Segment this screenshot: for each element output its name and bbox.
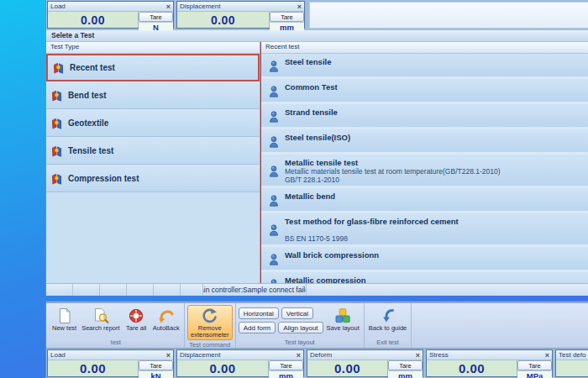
button-horizontal[interactable]: Horizontal xyxy=(239,307,279,319)
recent-test-item-steel-tensile-iso[interactable]: Steel tensile(ISO) xyxy=(261,129,588,155)
value-display: 0.00 xyxy=(48,360,138,376)
select-test-titlebar: Selete a Test xyxy=(46,30,588,42)
unit-selector[interactable]: mm xyxy=(270,22,304,30)
person-icon xyxy=(268,249,280,268)
recent-test-item-metallic-tensile-test[interactable]: Metallic tensile testMetallic materials … xyxy=(261,155,588,188)
unit-selector[interactable]: MPa xyxy=(517,370,552,378)
button-new-test[interactable]: New test xyxy=(50,305,78,333)
small-button-row: HorizontalVertical xyxy=(239,307,323,319)
dock-panel-stress: Stress×0.00TareMPa xyxy=(426,349,553,377)
back-to-guide-icon xyxy=(380,307,396,324)
recent-test-item-test-method-for-glass-fibre-reinforced-cement[interactable]: Test method for glass-fibre reinforced c… xyxy=(261,213,588,247)
tare-button[interactable]: Tare xyxy=(269,360,303,370)
recent-test-item-text: Test method for glass-fibre reinforced c… xyxy=(285,215,585,243)
person-icon xyxy=(268,274,280,283)
test-type-item-geotextile[interactable]: Geotextile xyxy=(46,109,260,137)
tare-button[interactable]: Tare xyxy=(517,360,552,370)
test-type-item-tensile-test[interactable]: Tensile test xyxy=(46,137,260,165)
ribbon-group-label: Exit test xyxy=(367,339,408,347)
recent-test-item-title: Wall brick compressionn xyxy=(285,250,585,260)
button-label: Search report xyxy=(81,325,119,332)
dock-panel-header: Stress× xyxy=(427,350,552,360)
test-type-item-label: Recent test xyxy=(70,63,115,72)
bottom-dock: Load×0.00TarekNDisplacement×0.00TaremmDe… xyxy=(46,348,588,378)
ribbon-group-test-command: Remove extensometerTest command xyxy=(185,303,236,348)
value-display: 0.00 xyxy=(427,360,517,376)
person-icon xyxy=(268,81,280,100)
recent-test-item-title: Metallic tensile test xyxy=(285,158,585,167)
recent-test-item-metallic-bend[interactable]: Metallic bend xyxy=(261,188,588,213)
person-icon xyxy=(268,215,280,243)
test-type-item-label: Tensile test xyxy=(68,146,113,155)
recent-test-item-title: Steel tensile xyxy=(285,57,585,66)
ribbon-group-test: New testSearch reportTare allAutoBacktes… xyxy=(48,303,185,348)
dock-panel-header: Displacement× xyxy=(177,350,303,360)
dock-panel-title: Load xyxy=(50,3,166,10)
close-icon[interactable]: × xyxy=(166,3,171,10)
close-icon[interactable]: × xyxy=(545,352,549,359)
button-search-report[interactable]: Search report xyxy=(80,305,121,333)
button-label: New test xyxy=(52,325,76,332)
test-type-item-label: Bend test xyxy=(68,91,107,100)
status-cell xyxy=(100,284,127,296)
autoback-icon xyxy=(157,307,176,324)
person-icon xyxy=(268,106,280,125)
tare-button[interactable]: Tare xyxy=(388,360,423,370)
button-label: Save layout xyxy=(327,325,360,332)
close-icon[interactable]: × xyxy=(297,3,302,10)
dock-panel-side: TarekN xyxy=(138,360,173,376)
test-type-header: Test Type xyxy=(46,42,260,54)
test-selection-area: Test Type Recent testBend testGeotextile… xyxy=(46,42,588,283)
dock-panel-title: Deform xyxy=(310,351,416,359)
test-type-icon xyxy=(50,117,63,129)
dock-panel-title: Displacement xyxy=(180,3,297,10)
unit-selector[interactable]: mm xyxy=(269,370,303,378)
ribbon-group-exit-test: Back to guideExit test xyxy=(365,303,412,348)
tare-button[interactable]: Tare xyxy=(270,12,304,22)
test-type-item-compression-test[interactable]: Compression test xyxy=(46,165,260,192)
dock-panel-load: Load×0.00TareN xyxy=(47,1,174,29)
button-label: Tare all xyxy=(126,325,146,332)
button-autoback[interactable]: AutoBack xyxy=(151,305,181,333)
button-vertical[interactable]: Vertical xyxy=(281,307,313,319)
unit-selector[interactable]: kN xyxy=(139,370,173,378)
ribbon-group-label: Test layout xyxy=(239,339,361,347)
recent-test-item-strand-tensile[interactable]: Strand tensile xyxy=(261,104,588,129)
test-machine-main-window: Load×0.00TareNDisplacement×0.00Taremm Se… xyxy=(46,0,588,295)
recent-test-item-text: Common Test xyxy=(285,81,585,100)
unit-selector[interactable]: mm xyxy=(388,370,423,378)
ribbon-group-test-layout: HorizontalVerticalAdd formAlign layoutSa… xyxy=(236,303,365,348)
recent-test-item-title: Test method for glass-fibre reinforced c… xyxy=(285,217,585,226)
button-add-form[interactable]: Add form xyxy=(239,322,276,333)
unit-selector[interactable]: N xyxy=(139,22,173,30)
dock-panel-title: Stress xyxy=(429,351,545,359)
test-type-item-bend-test[interactable]: Bend test xyxy=(46,81,260,109)
button-remove-extensometer[interactable]: Remove extensometer xyxy=(187,305,233,340)
recent-test-item-common-test[interactable]: Common Test xyxy=(261,79,588,104)
recent-test-item-steel-tensile[interactable]: Steel tensile xyxy=(261,54,588,79)
tare-button[interactable]: Tare xyxy=(139,360,173,370)
recent-test-panel: Recent test Steel tensileCommon TestStra… xyxy=(260,42,588,283)
test-type-item-recent-test[interactable]: Recent test xyxy=(46,54,260,81)
search-report-icon xyxy=(92,307,109,324)
value-display xyxy=(556,360,588,376)
status-bar: Main controller:Sample connect failed! xyxy=(46,283,588,296)
recent-test-item-metallic-compression[interactable]: Metallic compression xyxy=(261,272,588,283)
dock-panel-header: Displacement× xyxy=(177,2,304,12)
close-icon[interactable]: × xyxy=(166,352,171,359)
button-save-layout[interactable]: Save layout xyxy=(325,305,361,333)
tare-button[interactable]: Tare xyxy=(139,12,173,22)
button-back-to-guide[interactable]: Back to guide xyxy=(367,305,408,333)
dock-panel-body: 0.00TareN xyxy=(48,12,173,28)
recent-test-item-wall-brick-compressionn[interactable]: Wall brick compressionn xyxy=(261,247,588,272)
dock-panel-body xyxy=(556,360,588,376)
save-layout-icon xyxy=(334,307,351,324)
button-align-layout[interactable]: Align layout xyxy=(278,322,323,333)
dock-panel-deform: Deform×0.00Taremm xyxy=(307,349,423,377)
dock-panel-side: Taremm xyxy=(387,360,423,376)
ribbon-group-content: Remove extensometer xyxy=(187,305,233,340)
close-icon[interactable]: × xyxy=(297,352,301,359)
close-icon[interactable]: × xyxy=(416,352,420,359)
button-tare-all[interactable]: Tare all xyxy=(123,305,150,333)
recent-test-item-description: Metallic materials tensile test at room … xyxy=(285,167,585,176)
